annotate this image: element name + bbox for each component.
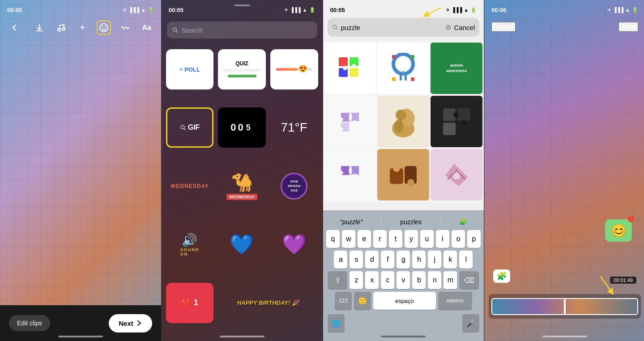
sticker-temp[interactable]: 71°F — [270, 107, 318, 148]
cancel-button-4[interactable]: Cancel — [491, 22, 516, 32]
result-colorful-puzzle[interactable] — [324, 43, 376, 94]
sticker-slider[interactable]: 😍 — [270, 49, 318, 90]
key-d[interactable]: d — [365, 251, 379, 269]
sticker-grid: ≡ POLL QUIZ 😍 GIF 00 5 7 — [162, 45, 323, 341]
download-icon[interactable] — [32, 21, 47, 35]
key-123[interactable]: 123 — [335, 292, 352, 310]
green-sticker-container[interactable]: 😊 ❤️ — [605, 219, 632, 242]
key-return[interactable]: retorno — [438, 292, 472, 310]
sticker-thumb-icon: 🧩 — [497, 271, 507, 281]
active-search-bar[interactable]: ⊗ Cancel — [328, 18, 480, 37]
key-g[interactable]: g — [397, 251, 410, 269]
result-dark-puzzle[interactable] — [431, 96, 482, 147]
wifi-icon-4: ▲ — [625, 7, 630, 13]
key-k[interactable]: k — [444, 251, 457, 269]
result-autism-awareness[interactable]: autismawareness — [431, 43, 482, 94]
sticker-heart-purple[interactable]: 💜 — [270, 224, 318, 264]
sticker-search-input[interactable] — [182, 26, 312, 34]
search-input-active[interactable] — [341, 24, 442, 31]
key-m[interactable]: m — [444, 271, 457, 289]
edit-clips-button[interactable]: Edit clips — [9, 315, 50, 331]
svg-rect-24 — [392, 77, 396, 81]
result-golden-puzzle[interactable] — [377, 96, 429, 147]
back-button[interactable] — [7, 21, 21, 35]
key-y[interactable]: y — [405, 230, 418, 248]
sticker-poll[interactable]: ≡ POLL — [166, 49, 214, 90]
sticker-sound[interactable]: 🔊 SOUNDON — [166, 224, 214, 264]
key-z[interactable]: z — [350, 271, 363, 289]
suggestion-puzzle-quoted[interactable]: "puzzle" — [335, 217, 368, 227]
sticker-like[interactable]: ❤️ 1 — [166, 283, 214, 323]
sticker-quiz[interactable]: QUIZ — [218, 49, 266, 90]
sticker-viva[interactable]: VIVANOSSAVOZ — [270, 166, 318, 206]
key-e[interactable]: e — [358, 230, 371, 248]
key-emoji[interactable]: 🙂 — [354, 292, 371, 310]
sparkles-icon[interactable] — [75, 21, 90, 35]
svg-point-28 — [396, 110, 406, 120]
key-j[interactable]: j — [428, 251, 441, 269]
music-icon[interactable] — [54, 21, 68, 35]
svg-point-3 — [100, 24, 108, 32]
location-icon-4: ✈ — [607, 7, 611, 13]
status-icons-4: ✈ ▐▐▐ ▲ 🔋 — [607, 7, 638, 13]
panel4-overlay — [484, 0, 644, 341]
key-q[interactable]: q — [326, 230, 340, 248]
key-w[interactable]: w — [342, 230, 355, 248]
key-globe[interactable]: 🌐 — [328, 314, 345, 332]
key-b[interactable]: b — [412, 271, 426, 289]
key-a[interactable]: a — [334, 251, 347, 269]
toolbar-center-icons: Aa — [32, 21, 154, 35]
done-button-4[interactable]: Done — [618, 22, 638, 32]
sticker-birthday[interactable]: HAPPY BIRTHDAY! 🎉 — [218, 283, 318, 323]
cancel-button-3[interactable]: Cancel — [454, 24, 475, 31]
sticker-icon[interactable] — [97, 21, 111, 35]
key-f[interactable]: f — [381, 251, 394, 269]
key-o[interactable]: o — [452, 230, 465, 248]
key-u[interactable]: u — [420, 230, 434, 248]
sticker-gif[interactable]: GIF — [166, 107, 214, 148]
key-p[interactable]: p — [467, 230, 481, 248]
key-x[interactable]: x — [365, 271, 379, 289]
search-results-grid: autismawareness — [323, 41, 484, 202]
result-brown-puzzle[interactable] — [377, 149, 429, 200]
red-heart-icon: ❤️ — [627, 216, 634, 222]
key-v[interactable]: v — [397, 271, 410, 289]
result-small-purple[interactable] — [324, 149, 376, 200]
result-purple-puzzle[interactable] — [324, 96, 376, 147]
suggestion-puzzles[interactable]: puzzles — [395, 217, 426, 227]
sticker-heart-blue[interactable]: 💙 — [218, 224, 266, 264]
key-c[interactable]: c — [381, 271, 394, 289]
key-mic[interactable]: 🎤 — [462, 314, 479, 332]
key-r[interactable]: r — [373, 230, 387, 248]
key-shift[interactable]: ⇧ — [328, 271, 347, 289]
key-n[interactable]: n — [428, 271, 441, 289]
svg-point-5 — [104, 26, 106, 28]
green-face-sticker[interactable]: 😊 ❤️ — [605, 219, 632, 242]
svg-rect-15 — [350, 68, 358, 77]
signal-icon-4: ▐▐▐ — [613, 7, 623, 13]
clear-search-icon[interactable]: ⊗ — [445, 22, 452, 32]
key-t[interactable]: t — [389, 230, 402, 248]
key-delete[interactable]: ⌫ — [459, 271, 479, 289]
result-pink-puzzle[interactable] — [431, 149, 482, 200]
wifi-icon: ▲ — [141, 7, 146, 13]
sticker-camel[interactable]: 🐪 WEDNESDAY — [218, 166, 266, 206]
next-button[interactable]: Next — [109, 314, 152, 332]
svg-rect-21 — [402, 71, 404, 74]
suggestion-puzzle-emoji[interactable]: 🧩 — [454, 217, 472, 227]
panel1-bg-overlay — [0, 0, 161, 341]
sticker-picker-thumb[interactable]: 🧩 — [493, 269, 510, 283]
key-l[interactable]: l — [459, 251, 473, 269]
key-h[interactable]: h — [412, 251, 426, 269]
key-space[interactable]: espaço — [373, 292, 436, 310]
sticker-wednesday-text[interactable]: WEDNESDAY — [166, 166, 214, 206]
key-i[interactable]: i — [436, 230, 449, 248]
svg-point-17 — [352, 64, 356, 68]
sticker-countdown[interactable]: 00 5 — [218, 107, 266, 148]
svg-rect-19 — [400, 72, 402, 81]
result-ribbon[interactable] — [377, 43, 429, 94]
text-icon[interactable]: Aa — [140, 21, 154, 35]
waveform-icon[interactable] — [118, 21, 132, 35]
key-s[interactable]: s — [350, 251, 363, 269]
sticker-search-bar[interactable] — [167, 21, 317, 38]
